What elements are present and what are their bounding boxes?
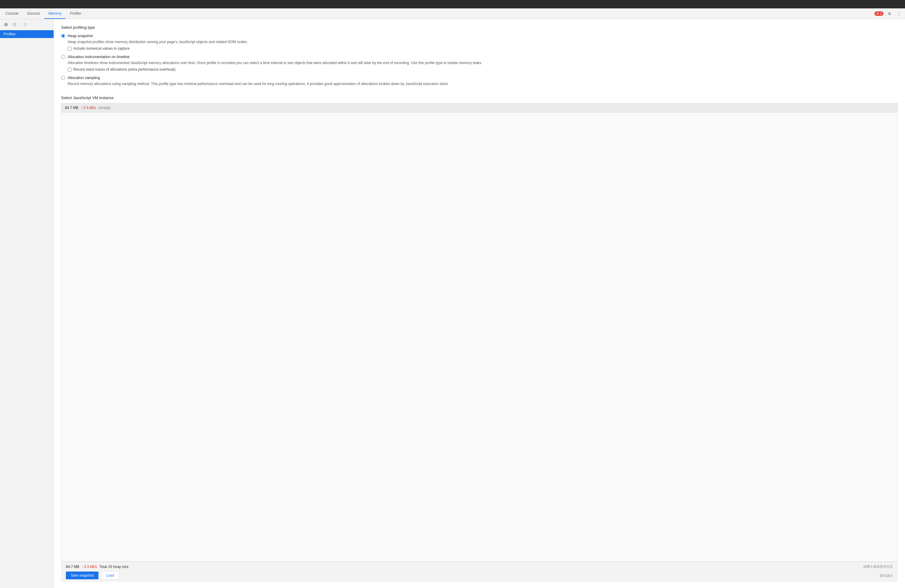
allocation-instrumentation-option: Allocation instrumentation on timeline A…: [61, 55, 898, 72]
heap-snapshot-radio[interactable]: [61, 34, 65, 38]
watermark-text2: @亿速云: [880, 573, 893, 578]
vm-rate-value: 3.3 kB/s: [83, 106, 96, 110]
content-area: Select profiling type Heap snapshot Heap…: [54, 19, 905, 588]
allocation-instrumentation-radio[interactable]: [61, 55, 65, 59]
profiles-section-label[interactable]: Profiles: [0, 30, 54, 38]
svg-rect-6: [25, 23, 26, 24]
vm-arrow: ↑: [81, 106, 83, 110]
toolbar-divider: [20, 22, 20, 27]
error-count: 3: [880, 12, 882, 16]
vm-section-title: Select JavaScript VM instance: [61, 95, 898, 100]
heap-snapshot-description: Heap snapshot profiles show memory distr…: [68, 39, 898, 44]
sidebar: Profiles: [0, 19, 54, 588]
allocation-sampling-label[interactable]: Allocation sampling: [61, 76, 898, 80]
allocation-instrumentation-text: Allocation instrumentation on timeline: [68, 55, 130, 59]
bottom-heap-label: Total JS heap size: [99, 565, 129, 569]
error-badge[interactable]: ⊘ 3: [875, 11, 883, 16]
main-layout: Profiles Select profiling type Heap snap…: [0, 19, 905, 588]
allocation-instrumentation-description: Allocation timelines show instrumented J…: [68, 60, 898, 65]
bottom-status-row: 84.7 MB ↑ 3.3 kB/s Total JS heap size @稀…: [66, 564, 893, 569]
top-bar: [0, 0, 905, 8]
tab-console[interactable]: Console: [1, 8, 23, 19]
record-stack-traces-checkbox[interactable]: [68, 68, 71, 72]
profiling-type-title: Select profiling type: [61, 25, 898, 30]
vm-instance-box: 84.7 MB ↑ 3.3 kB/s (empty): [61, 103, 898, 562]
svg-point-0: [4, 23, 8, 26]
delete-button[interactable]: [22, 21, 29, 28]
allocation-sampling-text: Allocation sampling: [68, 76, 100, 80]
include-numerical-label[interactable]: Include numerical values in capture: [73, 46, 130, 51]
tab-profiler[interactable]: Profiler: [65, 8, 85, 19]
bottom-size: 84.7 MB: [66, 565, 79, 569]
more-button[interactable]: ⋮: [895, 10, 903, 17]
heap-snapshot-label[interactable]: Heap snapshot: [61, 34, 898, 38]
watermark-text: @稀土掘金技术社区: [864, 564, 893, 569]
vm-instance-row[interactable]: 84.7 MB ↑ 3.3 kB/s (empty): [61, 103, 897, 113]
bottom-rate: ↑ 3.3 kB/s: [82, 565, 97, 569]
svg-rect-4: [24, 24, 27, 26]
record-button[interactable]: [2, 21, 10, 28]
settings-button[interactable]: ⚙: [886, 10, 893, 17]
error-icon: ⊘: [876, 12, 879, 16]
allocation-instrumentation-label[interactable]: Allocation instrumentation on timeline: [61, 55, 898, 59]
bottom-bar: 84.7 MB ↑ 3.3 kB/s Total JS heap size @稀…: [61, 562, 898, 582]
take-snapshot-button[interactable]: Take snapshot: [66, 572, 98, 579]
bottom-rate-value: 3.3 kB/s: [84, 565, 97, 569]
timer-button[interactable]: [11, 21, 18, 28]
allocation-sampling-description: Record memory allocations using sampling…: [68, 81, 898, 86]
vm-size: 84.7 MB: [65, 106, 78, 110]
tab-bar-right: ⊘ 3 ⚙ ⋮: [875, 8, 905, 19]
heap-snapshot-option: Heap snapshot Heap snapshot profiles sho…: [61, 34, 898, 51]
vm-label: (empty): [98, 106, 111, 110]
bottom-btn-row: Take snapshot Load @亿速云: [66, 571, 893, 580]
vm-rate: ↑ 3.3 kB/s: [81, 106, 96, 110]
sidebar-toolbar: [0, 19, 54, 30]
tab-sources[interactable]: Sources: [23, 8, 44, 19]
svg-line-3: [14, 25, 15, 25]
allocation-sampling-radio[interactable]: [61, 76, 65, 80]
allocation-sampling-option: Allocation sampling Record memory alloca…: [61, 76, 898, 88]
include-numerical-checkbox[interactable]: [68, 47, 71, 51]
tab-memory[interactable]: Memory: [44, 8, 65, 19]
bottom-arrow: ↑: [82, 565, 84, 569]
allocation-instrumentation-checkbox-row: Record stack traces of allocations (extr…: [68, 67, 898, 72]
record-stack-traces-label[interactable]: Record stack traces of allocations (extr…: [73, 67, 176, 72]
heap-snapshot-text: Heap snapshot: [68, 34, 93, 38]
load-button[interactable]: Load: [101, 571, 119, 580]
heap-snapshot-checkbox-row: Include numerical values in capture: [68, 46, 898, 51]
tab-bar: Console Sources Memory Profiler ⊘ 3 ⚙ ⋮: [0, 8, 905, 19]
